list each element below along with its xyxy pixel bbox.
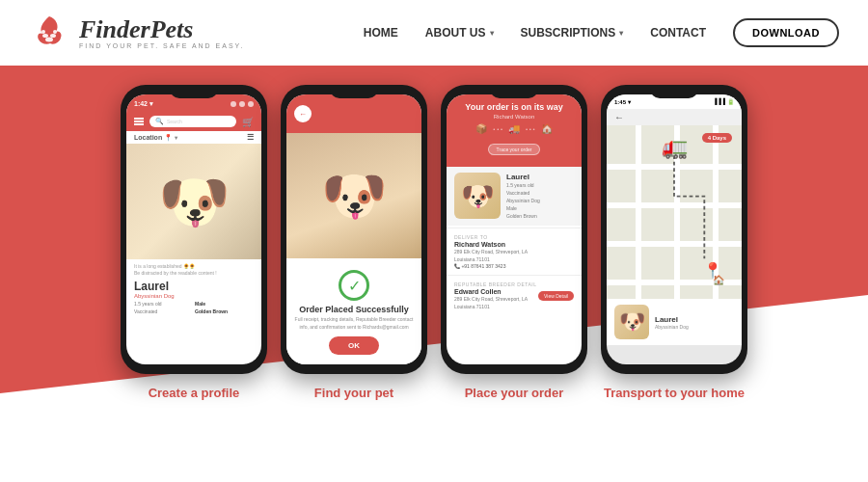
dog-emoji-2: 🐶 [321, 165, 388, 228]
box-icon: 📦 [475, 123, 487, 134]
breeder-info: Reputable Breeder Detail Edward Collen 2… [454, 281, 536, 310]
breeder-address: 289 Elk City Road, Shreveport, LA [454, 296, 536, 304]
breeder-label: Reputable Breeder Detail [454, 281, 536, 287]
battery-icon2: 🔋 [727, 98, 734, 105]
screen3-header: Your order is on its way Richard Watson … [447, 94, 582, 167]
caption-1: Create a profile [149, 386, 240, 400]
logo-text: FinderPets FIND YOUR PET. SAFE AND EASY. [79, 17, 244, 49]
delivery-section: Deliver to Richard Watson 289 Elk City R… [447, 230, 582, 273]
screen2-dog-image: 🐶 [286, 133, 421, 258]
order-status-title: Your order is on its way [454, 102, 574, 112]
breeder-name: Edward Collen [454, 288, 536, 295]
recipient: Richard Watson [454, 241, 574, 248]
gender-val: Male [195, 301, 254, 307]
screen1-pet-name: Laurel [134, 280, 254, 293]
screen1-time: 1:42 ▾ [134, 100, 153, 108]
deliver-to-label: Deliver to [454, 234, 574, 240]
nav-home[interactable]: HOME [364, 26, 398, 40]
pin-icon: 📍 [164, 134, 173, 142]
screen2-topbar: ← [286, 94, 421, 133]
pet-breed-detail: Abyssinian Dog [506, 197, 574, 204]
logo-area: FinderPets FIND YOUR PET. SAFE AND EASY. [29, 13, 244, 53]
phone-find-pet: ← 🐶 ✓ Order Placed Successfully Full rec… [281, 85, 427, 400]
nav-subscriptions[interactable]: SUBSCRIPTIONS ▾ [521, 26, 624, 40]
logo-name: FinderPets [79, 17, 244, 42]
search-icon: 🔍 [155, 118, 164, 125]
divider-2 [447, 275, 582, 276]
pet-age: 1.5 years old [506, 181, 574, 189]
pet-color-detail: Golden Brown [506, 212, 574, 220]
dots-separator2: • • • [526, 126, 535, 132]
nav-contact[interactable]: CONTACT [650, 26, 706, 40]
phone-frame-4: 1:45 ▾ ▐▐▐ 🔋 ← [601, 85, 747, 374]
phone-frame-2: ← 🐶 ✓ Order Placed Successfully Full rec… [281, 85, 427, 374]
chevron-down-icon: ▾ [490, 29, 494, 38]
svg-point-2 [45, 38, 53, 42]
screen1-breed: Abyssinian Dog [134, 293, 254, 299]
screen1-icons [231, 101, 254, 107]
caption-4: Transport to your home [604, 386, 745, 400]
caption-2: Find your pet [314, 386, 393, 400]
color-val: Golden Brown [195, 308, 254, 314]
phone-number: 📞 +91 87641 387 3423 [454, 263, 574, 269]
phone-place-order: Your order is on its way Richard Watson … [441, 85, 587, 400]
success-check-icon: ✓ [339, 270, 369, 301]
back-button[interactable]: ← [294, 105, 312, 122]
download-button[interactable]: DOWNLOAD [733, 18, 839, 47]
pet-thumbnail: 🐶 [614, 305, 649, 339]
location-chevron[interactable]: ▾ [175, 134, 177, 141]
screen4-time: 1:45 ▾ [614, 98, 631, 105]
header: FinderPets FIND YOUR PET. SAFE AND EASY.… [0, 0, 868, 66]
svg-point-0 [42, 34, 48, 38]
nav-about[interactable]: ABOUT US ▾ [425, 26, 494, 40]
main-nav: HOME ABOUT US ▾ SUBSCRIPTIONS ▾ CONTACT … [364, 18, 839, 47]
status-icons: ▐▐▐ 🔋 [713, 98, 734, 105]
screen1-topbar: 1:42 ▾ [126, 94, 261, 112]
pet-vaccinated: Vaccinated [506, 189, 574, 197]
pet-card: 🐶 Laurel 1.5 years old Vaccinated Abyssi… [447, 167, 582, 226]
battery-icon [248, 101, 254, 107]
address: 289 Elk City Road, Shreveport, LA [454, 249, 574, 256]
screen4-back[interactable]: ← [607, 109, 742, 125]
pet-image: 🐶 [454, 173, 501, 219]
screen-3: Your order is on its way Richard Watson … [447, 94, 582, 364]
screen2-title: Order Placed Successfully [294, 305, 414, 314]
screen4-pet-name: Laurel [655, 315, 689, 324]
screen4-pet-breed: Abyssinian Dog [655, 324, 689, 330]
cart-icon[interactable]: 🛒 [242, 117, 254, 127]
phones-section: 1:42 ▾ 🔍 Search 🛒 [0, 66, 868, 482]
screen2-content: ✓ Order Placed Successfully Full receipt… [286, 258, 421, 364]
vaccinated-label: Vaccinated [134, 308, 193, 314]
search-placeholder[interactable]: Search [167, 119, 182, 124]
city: Louisiana 71101 [454, 256, 574, 264]
screen1-location: Location 📍 ▾ ☰ [126, 131, 261, 144]
ok-button[interactable]: OK [329, 336, 379, 355]
pet-emoji: 🐶 [454, 173, 501, 219]
pet-name: Laurel [506, 173, 574, 181]
screen4-timebar: 1:45 ▾ ▐▐▐ 🔋 [607, 94, 742, 109]
hamburger-icon[interactable] [134, 118, 144, 125]
screen-1: 1:42 ▾ 🔍 Search 🛒 [126, 94, 261, 364]
logo-icon [29, 13, 69, 53]
chevron-down-icon: ▾ [619, 29, 623, 38]
days-badge: 4 Days [702, 133, 732, 143]
phone-create-profile: 1:42 ▾ 🔍 Search 🛒 [121, 85, 267, 400]
screen1-details: 1.5 years old Male Vaccinated Golden Bro… [134, 301, 254, 314]
home-icon: 🏠 [541, 123, 553, 134]
back-arrow-icon: ← [614, 112, 624, 122]
wifi-icon [239, 101, 245, 107]
pet-thumb-emoji: 🐶 [614, 305, 649, 339]
list-icon[interactable]: ☰ [247, 133, 254, 142]
screen-4: 1:45 ▾ ▐▐▐ 🔋 ← [607, 94, 742, 364]
svg-point-1 [50, 34, 56, 38]
age-label: 1.5 years old [134, 301, 193, 307]
truck-icon: 🚚 [508, 123, 520, 134]
track-order-button[interactable]: Trace your order [488, 144, 541, 155]
dots-separator: • • • [493, 126, 502, 132]
home-map-icon: 🏠 [713, 275, 724, 285]
delivery-icons: 📦 • • • 🚚 • • • 🏠 [454, 120, 574, 138]
dog-emoji: 🐶 [158, 168, 231, 236]
delivery-truck-icon: 🚛 [662, 135, 688, 160]
svg-point-3 [41, 30, 45, 34]
view-detail-button[interactable]: View Detail [538, 291, 574, 301]
